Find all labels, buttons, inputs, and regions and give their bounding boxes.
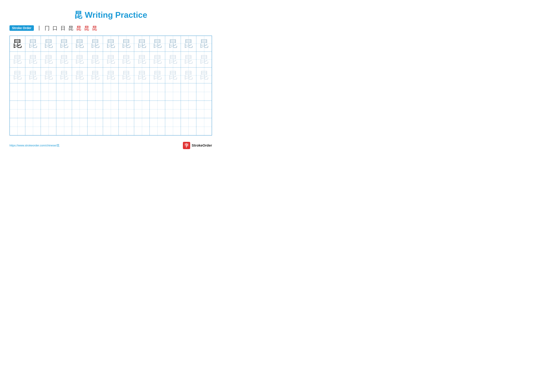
table-cell[interactable]: 昆 (118, 36, 134, 51)
stroke-step-7: 昆 (84, 26, 89, 31)
table-cell[interactable] (72, 100, 87, 118)
table-cell[interactable]: 昆 (56, 36, 72, 51)
table-row-empty (10, 100, 212, 118)
table-cell[interactable]: 昆 (196, 36, 212, 51)
table-cell[interactable]: 昆 (181, 51, 196, 67)
table-cell[interactable] (10, 118, 25, 135)
character-display: 昆 (75, 55, 84, 64)
table-cell[interactable]: 昆 (118, 51, 134, 67)
table-cell[interactable] (134, 118, 150, 135)
table-cell[interactable] (165, 100, 181, 118)
table-cell[interactable]: 昆 (41, 36, 56, 51)
table-cell[interactable]: 昆 (25, 51, 41, 67)
table-cell[interactable]: 昆 (25, 67, 41, 83)
table-cell[interactable]: 昆 (150, 67, 165, 83)
table-cell[interactable]: 昆 (72, 67, 87, 83)
table-cell[interactable] (134, 100, 150, 118)
table-cell[interactable]: 昆 (10, 51, 25, 67)
table-cell[interactable] (41, 118, 56, 135)
character-display: 昆 (44, 55, 53, 64)
table-cell[interactable] (118, 100, 134, 118)
table-cell[interactable]: 昆 (134, 67, 150, 83)
table-cell[interactable]: 昆 (196, 67, 212, 83)
table-cell[interactable] (118, 118, 134, 135)
character-display: 昆 (184, 39, 193, 48)
character-display: 昆 (168, 71, 178, 80)
character-display: 昆 (75, 71, 84, 80)
table-cell[interactable] (10, 83, 25, 100)
table-cell[interactable] (88, 118, 103, 135)
footer-link[interactable]: https://www.strokeorder.com/chinese/昆 (9, 143, 59, 147)
table-cell[interactable]: 昆 (56, 51, 72, 67)
table-cell[interactable] (103, 100, 118, 118)
table-row: 昆 昆 昆 昆 昆 昆 昆 昆 昆 昆 昆 昆 昆 (10, 67, 212, 83)
table-cell[interactable]: 昆 (88, 67, 103, 83)
table-cell[interactable]: 昆 (103, 36, 118, 51)
table-cell[interactable] (88, 100, 103, 118)
table-cell[interactable]: 昆 (103, 67, 118, 83)
table-cell[interactable]: 昆 (10, 67, 25, 83)
table-cell[interactable]: 昆 (72, 36, 87, 51)
table-cell[interactable] (25, 118, 41, 135)
table-cell[interactable] (25, 100, 41, 118)
stroke-step-3: 口 (52, 26, 58, 31)
table-row: 昆 昆 昆 昆 昆 昆 昆 昆 昆 昆 昆 昆 昆 (10, 36, 212, 51)
table-cell[interactable]: 昆 (165, 51, 181, 67)
table-cell[interactable] (72, 83, 87, 100)
table-cell[interactable]: 昆 (165, 36, 181, 51)
character-display: 昆 (90, 71, 100, 80)
character-display: 昆 (168, 55, 178, 64)
table-cell[interactable] (165, 83, 181, 100)
table-cell[interactable]: 昆 (103, 51, 118, 67)
stroke-order-row: Stroke Order 丨 冂 口 日 昆 昆 昆 昆 (9, 25, 212, 31)
table-cell[interactable] (10, 100, 25, 118)
table-cell[interactable] (72, 118, 87, 135)
table-cell[interactable] (88, 83, 103, 100)
table-cell[interactable]: 昆 (150, 36, 165, 51)
table-cell[interactable]: 昆 (88, 51, 103, 67)
table-cell[interactable]: 昆 (134, 36, 150, 51)
table-cell[interactable] (103, 83, 118, 100)
table-cell[interactable] (181, 118, 196, 135)
table-cell[interactable]: 昆 (10, 36, 25, 51)
table-cell[interactable] (165, 118, 181, 135)
table-cell[interactable] (196, 118, 212, 135)
table-cell[interactable]: 昆 (41, 51, 56, 67)
table-cell[interactable]: 昆 (181, 67, 196, 83)
table-cell[interactable] (118, 83, 134, 100)
stroke-step-6: 昆 (76, 26, 81, 31)
table-cell[interactable] (25, 83, 41, 100)
table-cell[interactable]: 昆 (72, 51, 87, 67)
table-cell[interactable]: 昆 (181, 36, 196, 51)
stroke-order-badge: Stroke Order (9, 25, 34, 31)
table-cell[interactable] (150, 83, 165, 100)
table-cell[interactable] (150, 118, 165, 135)
table-cell[interactable] (134, 83, 150, 100)
table-cell[interactable] (181, 83, 196, 100)
table-cell[interactable] (56, 100, 72, 118)
table-cell[interactable] (103, 118, 118, 135)
stroke-step-8: 昆 (92, 26, 97, 31)
practice-grid: 昆 昆 昆 昆 昆 昆 昆 昆 昆 昆 昆 昆 昆 昆 昆 昆 昆 昆 昆 昆 … (9, 36, 212, 135)
table-cell[interactable]: 昆 (196, 51, 212, 67)
table-cell[interactable] (56, 83, 72, 100)
table-cell[interactable] (196, 100, 212, 118)
table-cell[interactable] (41, 100, 56, 118)
stroke-step-4: 日 (60, 26, 66, 31)
table-cell[interactable]: 昆 (56, 67, 72, 83)
table-cell[interactable]: 昆 (118, 67, 134, 83)
table-cell[interactable]: 昆 (150, 51, 165, 67)
character-display: 昆 (59, 39, 69, 48)
character-display: 昆 (90, 39, 100, 48)
table-cell[interactable] (41, 83, 56, 100)
table-cell[interactable] (56, 118, 72, 135)
table-cell[interactable] (196, 83, 212, 100)
table-cell[interactable] (181, 100, 196, 118)
table-cell[interactable] (150, 100, 165, 118)
table-cell[interactable]: 昆 (134, 51, 150, 67)
character-display: 昆 (28, 39, 38, 48)
table-cell[interactable]: 昆 (165, 67, 181, 83)
table-cell[interactable]: 昆 (88, 36, 103, 51)
table-cell[interactable]: 昆 (25, 36, 41, 51)
table-cell[interactable]: 昆 (41, 67, 56, 83)
